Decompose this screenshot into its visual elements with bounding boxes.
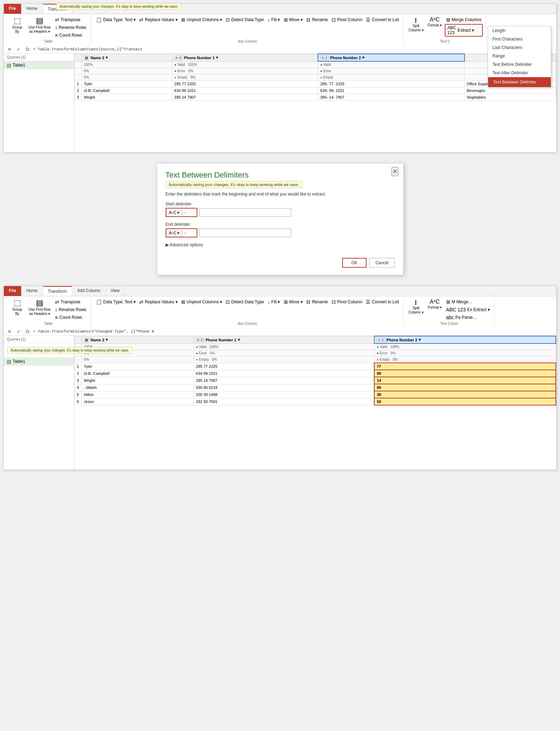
advanced-options-toggle[interactable]: ▶ Advanced options	[166, 242, 395, 247]
menu-text-between[interactable]: Text Between Delimiter	[488, 77, 551, 87]
use-first-row-btn-top[interactable]: ▤ Use First Rowas Headers ▾	[27, 16, 52, 35]
transpose-btn-top[interactable]: ⇄ Transpose	[54, 16, 88, 23]
extract-btn-top[interactable]: ABC123 Extract ▾	[445, 24, 483, 37]
tab-file-top[interactable]: File	[4, 4, 21, 14]
replace-values-btn-top[interactable]: ⇄ Replace Values ▾	[138, 16, 179, 23]
parse-btn-bottom[interactable]: abc Pa Parse…	[445, 314, 491, 321]
start-value-input[interactable]	[183, 209, 197, 216]
formula-cancel-btn[interactable]: ✕	[6, 47, 13, 52]
use-first-row-btn-bottom[interactable]: ▤ Use First Rowas Headers ▾	[27, 298, 52, 317]
col-phone1-top[interactable]: A↑C Phone Number 1 ▾	[172, 54, 318, 61]
datatype-icon: 📋	[96, 17, 102, 23]
merge-columns-btn-bottom[interactable]: ⊞ M Merge…	[445, 298, 491, 305]
reverse-rows-btn-bottom[interactable]: ↕ Reverse Rows	[54, 306, 88, 313]
merge-label: Merge Columns	[452, 17, 482, 22]
menu-range[interactable]: Range	[488, 52, 551, 60]
dialog-description: Enter the delimiters that mark the begin…	[166, 192, 395, 197]
end-type-btn[interactable]: A↑C ▾	[166, 229, 183, 237]
ribbon-group-textcol-bottom: ⫿ SplitColumn ▾ AᵃC Format ▾ ⊞ M Merge… …	[404, 298, 494, 326]
tab-transform-bottom[interactable]: Transform	[43, 286, 72, 296]
convert-list-btn-bottom[interactable]: ☰ Convert to List	[364, 298, 400, 305]
fill-btn-bottom[interactable]: ↓ Fill ▾	[266, 298, 282, 305]
menu-first-chars[interactable]: First Characters	[488, 35, 551, 43]
tab-home-bottom[interactable]: Home	[21, 286, 43, 296]
table1-icon-bottom: ▤	[7, 359, 11, 364]
ribbon-tooltip-bottom: Automatically saving your changes. It’s …	[56, 3, 181, 10]
group-by-btn-bottom[interactable]: ⬚ GroupBy	[9, 298, 26, 317]
cancel-button[interactable]: Cancel	[369, 258, 394, 268]
merge-columns-btn-top[interactable]: ⊞ Merge Columns	[445, 16, 483, 23]
end-extra-input[interactable]	[199, 229, 291, 237]
unpivot-btn-bottom[interactable]: ⊞ Unpivot Columns ▾	[180, 298, 224, 305]
detect-datatype-btn-bottom[interactable]: ⊡ Detect Data Type	[224, 298, 265, 305]
tab-file-bottom[interactable]: File	[4, 286, 21, 296]
format-btn-top[interactable]: AᵃC Format ▾	[426, 16, 443, 28]
dialog-close-btn[interactable]: ✕	[392, 167, 398, 176]
col-phone1-bottom[interactable]: A↑C Phone Number 1 ▾	[193, 336, 374, 343]
menu-text-before[interactable]: Text Before Delimiter	[488, 60, 551, 69]
data-table-top: ▤ Name 2 ▾ A↑C Phone Number 1 ▾	[74, 54, 556, 101]
rename-btn-bottom[interactable]: ⊟ Rename	[305, 298, 329, 305]
pivot-icon: ⊡	[332, 17, 336, 23]
queries-panel-bottom: Queries [1] Automatically saving your ch…	[4, 336, 74, 470]
convert-label: Convert to List	[372, 17, 399, 22]
table-row: 1 Tyler 285 77 2325 77	[75, 363, 556, 370]
split-column-btn-bottom[interactable]: ⫿ SplitColumn ▾	[407, 298, 425, 315]
count-rows-btn-bottom[interactable]: ≡ Count Rows	[54, 314, 88, 321]
ok-button[interactable]: OK	[342, 258, 367, 268]
data-grid-container-bottom: ▤ Name 2 ▾ A↑C Phone Number 1 ▾	[74, 336, 556, 470]
col-name2-bottom[interactable]: ▤ Name 2 ▾	[82, 336, 194, 343]
end-delimiter-row: A↑C ▾	[166, 228, 198, 237]
tab-view-bottom[interactable]: View	[106, 286, 125, 296]
data-table-bottom: ▤ Name 2 ▾ A↑C Phone Number 1 ▾	[74, 336, 556, 405]
group-by-btn-top[interactable]: ⬚ GroupBy	[9, 16, 26, 35]
formula-confirm-btn-bottom[interactable]: ✓	[15, 329, 22, 334]
datatype-btn-bottom[interactable]: 📋 Data Type: Text ▾	[94, 298, 137, 305]
use-first-row-icon: ▤	[36, 17, 43, 25]
queries-panel-top: Queries [1] ▤ Table1	[4, 54, 74, 152]
anycolumn-group-label-top: Any Column	[94, 39, 400, 43]
datatype-btn-top[interactable]: 📋 Data Type: Text ▾	[94, 16, 137, 23]
formula-confirm-btn[interactable]: ✓	[15, 47, 22, 52]
ribbon-col-table-top: ⇄ Transpose ↕ Reverse Rows ≡ Count Rows	[54, 16, 88, 39]
pivot-btn-bottom[interactable]: ⊡ Pivot Column	[330, 298, 364, 305]
tab-addcolumn-bottom[interactable]: Add Column	[72, 286, 106, 296]
rename-btn-top[interactable]: ⊟ Rename	[305, 16, 329, 23]
extract-btn-bottom[interactable]: ABC 123 Ex Extract ▾	[445, 306, 491, 313]
convert-list-btn-top[interactable]: ☰ Convert to List	[364, 16, 400, 23]
query-table1-bottom[interactable]: ▤ Table1	[4, 357, 74, 366]
unpivot-btn-top[interactable]: ⊞ Unpivot Columns ▾	[180, 16, 224, 23]
menu-last-chars[interactable]: Last Characters	[488, 43, 551, 52]
col-phone2-bottom[interactable]: A↑C Phone Number 2 ▾	[374, 336, 556, 343]
split-column-btn-top[interactable]: ⫿ SplitColumn ▾	[407, 16, 425, 33]
col-phone2-top[interactable]: A↑C Phone Number 2 ▾	[318, 54, 464, 61]
move-btn-bottom[interactable]: ⊞ Move ▾	[282, 298, 304, 305]
start-type-btn[interactable]: A↑C ▾	[166, 209, 183, 216]
dialog-header: ✕ Text Between Delimiters Automatically …	[157, 163, 403, 197]
group-by-icon: ⬚	[14, 17, 21, 25]
reverse-rows-icon: ↕	[55, 25, 57, 30]
start-type-label: A↑C ▾	[169, 210, 180, 215]
transpose-btn-bottom[interactable]: ⇄ Transpose	[54, 298, 88, 305]
ribbon-body-top: ⬚ GroupBy ▤ Use First Rowas Headers ▾ ⇄ …	[4, 14, 556, 45]
formula-fx-btn[interactable]: fx	[24, 47, 31, 52]
extract-label: Extract ▾	[457, 28, 474, 33]
detect-datatype-btn-top[interactable]: ⊡ Detect Data Type	[224, 16, 265, 23]
col-name2-top[interactable]: ▤ Name 2 ▾	[82, 54, 172, 61]
end-value-input[interactable]	[183, 229, 197, 237]
tab-home-top[interactable]: Home	[21, 4, 43, 14]
formula-cancel-btn-bottom[interactable]: ✕	[6, 329, 13, 334]
move-btn-top[interactable]: ⊞ Move ▾	[282, 16, 304, 23]
reverse-rows-btn-top[interactable]: ↕ Reverse Rows	[54, 24, 88, 31]
formula-fx-btn-bottom[interactable]: fx	[24, 329, 31, 334]
query-table1-top[interactable]: ▤ Table1	[4, 61, 74, 69]
fill-btn-top[interactable]: ↓ Fill ▾	[266, 16, 282, 23]
pivot-btn-top[interactable]: ⊡ Pivot Column	[330, 16, 364, 23]
table-row: 1 Tyler 285 77 2325 285- 77- 2325 Office…	[75, 81, 556, 87]
format-btn-bottom[interactable]: AᵃC Format ▾	[426, 298, 443, 310]
replace-values-btn-bottom[interactable]: ⇄ Replace Values ▾	[138, 298, 179, 305]
menu-length[interactable]: Length	[488, 26, 551, 35]
start-extra-input[interactable]	[199, 208, 291, 217]
menu-text-after[interactable]: Text After Delimiter	[488, 69, 551, 77]
count-rows-btn-top[interactable]: ≡ Count Rows	[54, 32, 88, 39]
